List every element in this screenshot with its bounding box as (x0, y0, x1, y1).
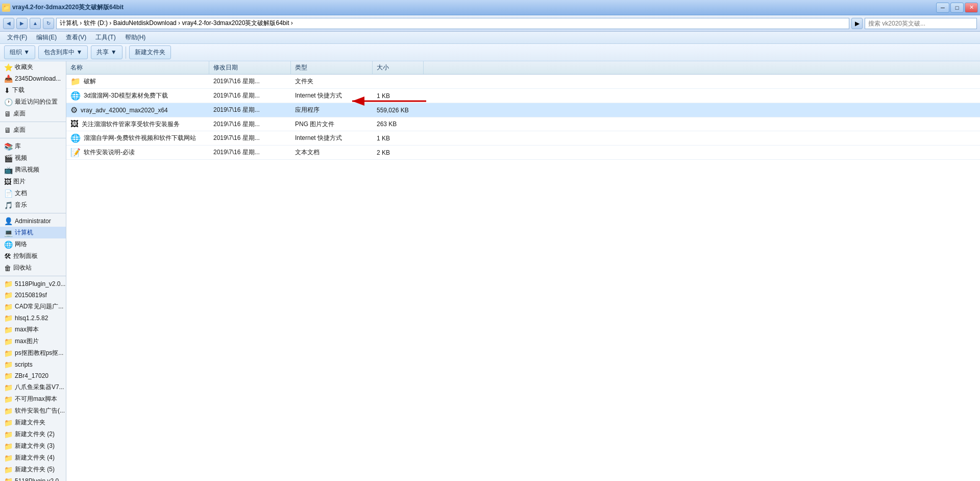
sidebar-item-music[interactable]: 🎵 音乐 (0, 199, 66, 211)
up-button[interactable]: ▲ (30, 18, 41, 29)
sidebar-item-desktop-fav[interactable]: 🖥 桌面 (0, 108, 66, 119)
folder-icon-6: 📁 (4, 338, 13, 346)
file-type-cell: 应用程序 (291, 104, 373, 116)
sidebar-item-bazhua[interactable]: 📁 八爪鱼采集器V7... (0, 381, 66, 393)
computer-icon: 💻 (4, 229, 13, 237)
sidebar-item-max-script[interactable]: 📁 max脚本 (0, 324, 66, 335)
file-list-header: 名称 修改日期 类型 大小 (66, 61, 980, 75)
close-button[interactable]: ✕ (965, 3, 978, 13)
sidebar-item-cad[interactable]: 📁 CAD常见问题广... (0, 301, 66, 312)
sidebar-item-newfolder2[interactable]: 📁 新建文件夹 (2) (0, 428, 66, 440)
menu-tools[interactable]: 工具(T) (91, 32, 119, 43)
star-icon: ⭐ (4, 63, 13, 71)
menu-view[interactable]: 查看(V) (62, 32, 90, 43)
sidebar-item-documents[interactable]: 📄 文档 (0, 187, 66, 199)
sidebar-item-download[interactable]: ⬇ 下载 (0, 84, 66, 96)
sidebar-item-computer[interactable]: 💻 计算机 (0, 227, 66, 238)
item-label: 八爪鱼采集器V7... (15, 383, 64, 392)
restore-button[interactable]: □ (950, 3, 964, 13)
folder-icon-18: 📁 (4, 477, 13, 481)
sidebar-item-control-panel[interactable]: 🛠 控制面板 (0, 250, 66, 262)
folder-icon-1: 📁 (4, 280, 13, 288)
column-header-name[interactable]: 名称 (66, 61, 209, 74)
file-size-cell (373, 80, 424, 84)
item-label: ZBr4_17020 (15, 372, 48, 379)
address-input[interactable] (56, 18, 849, 29)
minimize-button[interactable]: ─ (936, 3, 949, 13)
sidebar-item-zbr4[interactable]: 📁 ZBr4_17020 (0, 370, 66, 381)
file-row-5[interactable]: 📝 软件安装说明-必读 2019\7\16 星期... 文本文档 2 KB (66, 146, 980, 160)
forward-button[interactable]: ▶ (16, 18, 28, 29)
file-name: vray_adv_42000_max2020_x64 (81, 107, 168, 114)
sidebar-item-newfolder5[interactable]: 📁 新建文件夹 (5) (0, 464, 66, 475)
column-header-date[interactable]: 修改日期 (209, 61, 291, 74)
sidebar-item-newfolder3[interactable]: 📁 新建文件夹 (3) (0, 440, 66, 452)
column-header-type[interactable]: 类型 (291, 61, 373, 74)
sidebar-item-newfolder4[interactable]: 📁 新建文件夹 (4) (0, 452, 66, 464)
menu-edit[interactable]: 编辑(E) (32, 32, 61, 43)
file-row-1[interactable]: 🌐 3d溜溜网-3D模型素材免费下载 2019\7\16 星期... Inter… (66, 89, 980, 103)
title-bar: 📁 vray4.2-for-3dmax2020英文破解版64bit ─ □ ✕ (0, 0, 980, 15)
column-header-size[interactable]: 大小 (373, 61, 424, 74)
sidebar-divider-2 (0, 138, 66, 138)
sidebar-item-pictures[interactable]: 🖼 图片 (0, 176, 66, 187)
sidebar-item-5118plugin[interactable]: 📁 5118Plugin_v2.0... (0, 278, 66, 290)
sidebar-item-newfolder[interactable]: 📁 新建文件夹 (0, 417, 66, 428)
refresh-button[interactable]: ↻ (43, 18, 54, 29)
item-label: 20150819sf (15, 292, 47, 299)
item-label: 视频 (15, 154, 27, 162)
sidebar-item-2345download[interactable]: 📥 2345Download... (0, 73, 66, 84)
folder-icon-17: 📁 (4, 466, 13, 474)
search-input[interactable] (865, 18, 977, 29)
file-row-3[interactable]: 🖼 关注溜溜软件管家享受软件安装服务 2019\7\16 星期... PNG 图… (66, 117, 980, 131)
new-folder-button[interactable]: 新建文件夹 (129, 45, 171, 59)
file-size-cell: 1 KB (373, 90, 424, 102)
file-date-cell: 2019\7\16 星期... (209, 146, 291, 159)
back-button[interactable]: ◀ (3, 18, 14, 29)
sidebar-item-20150819sf[interactable]: 📁 20150819sf (0, 290, 66, 301)
desktop-icon-2: 🖥 (4, 126, 11, 134)
video-icon: 🎬 (4, 154, 13, 162)
sidebar-item-administrator[interactable]: 👤 Administrator (0, 215, 66, 227)
sidebar-item-ps[interactable]: 📁 ps抠图教程ps抠... (0, 347, 66, 359)
sidebar-item-desktop[interactable]: 🖥 桌面 (0, 124, 66, 136)
sidebar-item-scripts[interactable]: 📁 scripts (0, 359, 66, 370)
file-date-cell: 2019\7\16 星期... (209, 132, 291, 145)
application-icon: ⚙ (70, 105, 78, 115)
file-date-cell: 2019\7\16 星期... (209, 104, 291, 116)
sidebar-item-tencent-video[interactable]: 📺 腾讯视频 (0, 164, 66, 176)
sidebar-item-library[interactable]: 📚 库 (0, 140, 66, 152)
sidebar-item-recycle-bin[interactable]: 🗑 回收站 (0, 262, 66, 274)
sidebar-item-5118v2[interactable]: 📁 5118Plugin v2.0... (0, 475, 66, 481)
favorites-label: 收藏夹 (15, 63, 33, 71)
organize-button[interactable]: 组织 ▼ (4, 45, 35, 59)
file-size-cell: 2 KB (373, 147, 424, 158)
sidebar-item-recent[interactable]: 🕐 最近访问的位置 (0, 96, 66, 108)
item-label: 新建文件夹 (3) (15, 442, 55, 450)
sidebar-item-network[interactable]: 🌐 网络 (0, 238, 66, 250)
internet-shortcut-icon-2: 🌐 (70, 133, 81, 143)
address-go-button[interactable]: ▶ (851, 18, 863, 29)
menu-help[interactable]: 帮助(H) (121, 32, 150, 43)
item-label: 2345Download... (15, 75, 61, 82)
file-row-2[interactable]: ⚙ vray_adv_42000_max2020_x64 2019\7\16 星… (66, 103, 980, 117)
file-row-0[interactable]: 📁 破解 2019\7\16 星期... 文件夹 (66, 75, 980, 89)
sidebar-item-max-img[interactable]: 📁 max图片 (0, 335, 66, 347)
sidebar-item-hlsq[interactable]: 📁 hlsq1.2.5.82 (0, 312, 66, 324)
address-bar: ◀ ▶ ▲ ↻ ▶ (0, 15, 980, 32)
file-row-4[interactable]: 🌐 溜溜自学网-免费软件视频和软件下载网站 2019\7\16 星期... In… (66, 131, 980, 146)
sidebar-item-video[interactable]: 🎬 视频 (0, 152, 66, 164)
folder-icon-3: 📁 (4, 303, 13, 311)
sidebar-item-no-max[interactable]: 📁 不可用max脚本 (0, 393, 66, 405)
item-label: 5118Plugin_v2.0... (15, 280, 65, 287)
file-name-cell: ⚙ vray_adv_42000_max2020_x64 (66, 103, 209, 117)
sidebar-item-software[interactable]: 📁 软件安装包广告(... (0, 405, 66, 417)
item-label: 计算机 (15, 228, 33, 237)
include-library-button[interactable]: 包含到库中 ▼ (38, 45, 88, 59)
documents-icon: 📄 (4, 189, 13, 198)
item-label: 新建文件夹 (2) (15, 430, 55, 439)
menu-file[interactable]: 文件(F) (3, 32, 31, 43)
item-label: max脚本 (15, 325, 39, 334)
recent-icon: 🕐 (4, 98, 13, 106)
share-button[interactable]: 共享 ▼ (91, 45, 122, 59)
